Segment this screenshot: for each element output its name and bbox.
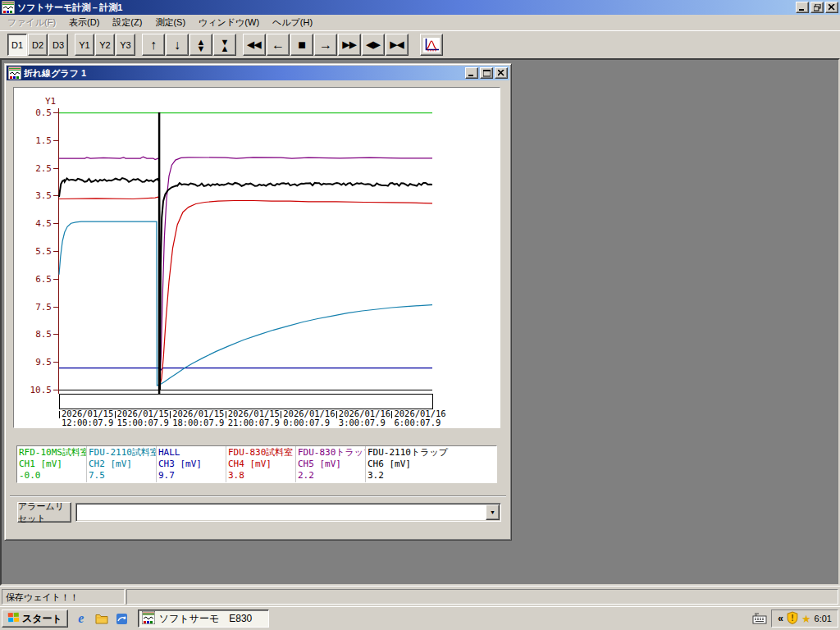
- time-range-box: [59, 394, 433, 409]
- graph-window-titlebar[interactable]: 折れ線グラフ 1: [7, 66, 509, 80]
- stop-button[interactable]: ■: [290, 34, 313, 56]
- taskbar: スタート e ソフトサーモ E830 « ! ★ 6:01: [0, 606, 840, 630]
- y-tick-label: 6.5: [19, 274, 52, 285]
- alarm-combo[interactable]: ▼: [75, 503, 501, 522]
- combo-dropdown-button[interactable]: ▼: [486, 504, 500, 520]
- security-shield-icon[interactable]: !: [787, 611, 798, 626]
- legend-channel-ch6: FDU-2110トラップCH6 [mV]3.2: [366, 446, 496, 482]
- minimize-button[interactable]: [796, 2, 809, 13]
- legend-value: -0.0: [19, 470, 86, 482]
- plot-area: [59, 112, 432, 390]
- x-tick-label: 2026/01/1521:00:07.9: [228, 409, 287, 427]
- y-tick: [53, 362, 58, 363]
- legend-value: 2.2: [298, 470, 365, 482]
- y-tick: [53, 251, 58, 252]
- y-tick-label: 5.5: [19, 246, 52, 257]
- x-tick-label: 2026/01/160:00:07.9: [283, 409, 342, 427]
- y-tick-label: 10.5: [19, 385, 52, 395]
- tray-panel: « ! ★ 6:01: [771, 609, 838, 628]
- y-tick-label: 4.5: [19, 218, 52, 229]
- menu-item-help[interactable]: ヘルプ(H): [266, 14, 319, 31]
- x-tick-label: 2026/01/1512:00:07.9: [62, 409, 121, 427]
- y-tick: [53, 279, 58, 280]
- series-ch3: [59, 368, 432, 371]
- menu-item-window[interactable]: ウィンドウ(W): [192, 14, 266, 31]
- legend-channel-ch2: FDU-2110試料室CH2 [mV]7.5: [87, 446, 157, 482]
- y-tick-label: 9.5: [19, 357, 52, 368]
- close-button[interactable]: [825, 2, 838, 13]
- y3-button[interactable]: Y3: [116, 34, 135, 56]
- y-tick-label: 0.5: [19, 107, 52, 118]
- main-window-title: ソフトサーモ計測－計測1: [17, 2, 794, 14]
- y-tick: [53, 140, 58, 141]
- scroll-up-button[interactable]: ↑: [142, 34, 165, 56]
- mdi-area: 折れ線グラフ 1 Y1 0.51.52.53.54.55.56.57.58.59…: [0, 58, 840, 586]
- y-tick: [53, 112, 58, 113]
- menu-item-file[interactable]: ファイル(F): [1, 14, 62, 31]
- d1-button[interactable]: D1: [7, 34, 27, 56]
- outlook-express-icon[interactable]: [115, 611, 130, 626]
- y-axis-label: Y1: [45, 96, 56, 107]
- y1-button[interactable]: Y1: [75, 34, 94, 56]
- step-right-button[interactable]: →: [314, 34, 337, 56]
- folder-shortcut-icon[interactable]: [94, 611, 109, 626]
- internet-explorer-icon[interactable]: e: [74, 611, 89, 626]
- main-titlebar[interactable]: ソフトサーモ計測－計測1: [0, 0, 840, 15]
- svg-text:!: !: [791, 613, 794, 623]
- menu-item-settings[interactable]: 設定(Z): [106, 14, 148, 31]
- start-label: スタート: [22, 612, 62, 626]
- legend-name: HALL: [158, 447, 226, 459]
- d2-button[interactable]: D2: [28, 34, 48, 56]
- compress-vertical-button[interactable]: ▼▲: [213, 34, 236, 56]
- task-label: ソフトサーモ E830: [159, 612, 252, 626]
- fast-rewind-button[interactable]: ◀◀: [243, 34, 266, 56]
- d3-button[interactable]: D3: [48, 34, 68, 56]
- x-tick: [281, 411, 281, 418]
- start-button[interactable]: スタート: [2, 609, 68, 628]
- alarm-combo-input[interactable]: [79, 506, 472, 519]
- legend-channel: CH6 [mV]: [368, 459, 496, 470]
- menubar: ファイル(F)表示(D)設定(Z)測定(S)ウィンドウ(W)ヘルプ(H): [0, 15, 840, 30]
- clock: 6:01: [815, 614, 832, 623]
- graph-minimize-button[interactable]: [465, 67, 478, 79]
- y-tick-label: 8.5: [19, 329, 52, 340]
- statusbar: 保存ウェイト！！: [0, 586, 840, 606]
- expand-horizontal-button[interactable]: ◀▶: [362, 34, 385, 56]
- legend-value: 3.8: [228, 470, 295, 482]
- task-button-softthermo[interactable]: ソフトサーモ E830: [138, 609, 269, 628]
- x-tick: [391, 411, 392, 418]
- graph-setup-button[interactable]: [420, 34, 443, 56]
- series-ch2: [59, 221, 432, 386]
- compress-horizontal-button[interactable]: ▶◀: [386, 34, 409, 56]
- graph-close-button[interactable]: [495, 67, 508, 79]
- x-tick-label: 2026/01/166:00:07.9: [394, 409, 453, 427]
- legend-channel: CH4 [mV]: [228, 459, 295, 470]
- scroll-down-button[interactable]: ↓: [166, 34, 189, 56]
- y-tick: [53, 390, 58, 390]
- keyboard-ime-icon[interactable]: [752, 612, 767, 626]
- legend-name: RFD-10MS試料室: [19, 447, 86, 459]
- app-icon: [2, 1, 15, 14]
- y2-button[interactable]: Y2: [95, 34, 115, 56]
- star-icon[interactable]: ★: [801, 613, 811, 625]
- menu-item-view[interactable]: 表示(D): [62, 14, 106, 31]
- plot-panel: Y1 0.51.52.53.54.55.56.57.58.59.510.5202…: [13, 87, 500, 428]
- series-ch5: [59, 157, 432, 380]
- fast-forward-button[interactable]: ▶▶: [338, 34, 361, 56]
- step-left-button[interactable]: ←: [267, 34, 290, 56]
- series-ch6: [59, 178, 432, 390]
- status-message: 保存ウェイト！！: [2, 589, 125, 605]
- tray-collapse-chevron[interactable]: «: [778, 613, 783, 624]
- x-tick: [115, 411, 116, 418]
- alarm-reset-button[interactable]: アラームリセット: [17, 502, 71, 523]
- legend-channel-ch3: HALLCH3 [mV]9.7: [157, 446, 226, 482]
- legend-name: FDU-2110トラップ: [368, 447, 496, 459]
- restore-button[interactable]: [810, 2, 824, 13]
- graph-maximize-button[interactable]: [480, 67, 493, 79]
- legend-name: FDU-830試料室: [228, 447, 295, 459]
- x-tick-label: 2026/01/1518:00:07.9: [172, 409, 231, 427]
- menu-item-measure[interactable]: 測定(S): [148, 14, 192, 31]
- expand-vertical-button[interactable]: ▲▼: [189, 34, 212, 56]
- y-tick-label: 1.5: [19, 135, 52, 146]
- legend-channel: CH3 [mV]: [158, 459, 226, 470]
